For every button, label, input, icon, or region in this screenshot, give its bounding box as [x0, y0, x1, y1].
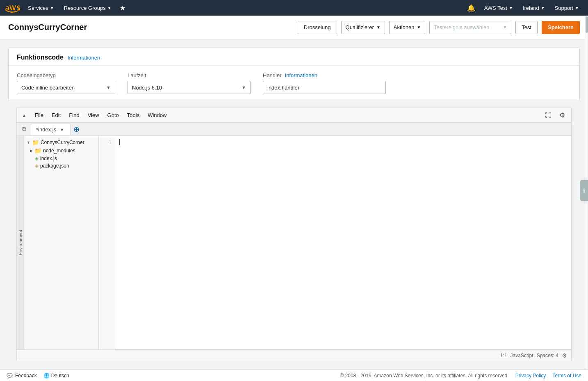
account-menu[interactable]: AWS Test ▼: [479, 0, 518, 16]
editor-menu: File Edit Find View Goto Tools Window: [32, 110, 170, 120]
handler-info-link[interactable]: Informationen: [285, 72, 318, 78]
code-input-type-chevron-icon: ▼: [106, 85, 111, 90]
index-js-name: index.js: [40, 156, 57, 161]
feedback-button[interactable]: 💬 Feedback: [7, 373, 37, 379]
editor-tab-index-js[interactable]: *index.js ●: [31, 124, 71, 135]
resource-groups-chevron-icon: ▼: [107, 6, 112, 10]
language-label: JavaScript: [511, 353, 533, 358]
code-input-type-field: Codeeingabetyp Code inline bearbeiten ▼: [17, 72, 115, 94]
editor-actions: ⛶ ⚙: [542, 110, 568, 121]
tab-close-icon[interactable]: ●: [59, 126, 65, 133]
environment-label: Environment: [18, 230, 23, 255]
tree-index-js[interactable]: ◈ index.js: [24, 155, 98, 162]
editor-menu-goto[interactable]: Goto: [104, 110, 122, 120]
runtime-chevron-icon: ▼: [242, 85, 246, 90]
feedback-bubble-icon: 💬: [7, 373, 13, 379]
privacy-policy-link[interactable]: Privacy Policy: [515, 373, 546, 379]
status-gear-icon[interactable]: ⚙: [562, 352, 567, 359]
drosselung-button[interactable]: Drosselung: [298, 21, 337, 34]
tree-node-modules[interactable]: ▶ 📁 node_modules: [24, 147, 98, 155]
handler-input[interactable]: [263, 81, 386, 94]
root-folder-name: ConnysCurryCorner: [41, 140, 84, 145]
package-json-name: package.json: [40, 163, 69, 169]
page-footer: 💬 Feedback 🌐 Deutsch © 2008 - 2019, Amaz…: [0, 370, 588, 381]
environment-label-container: Environment: [17, 136, 24, 349]
language-selector[interactable]: 🌐 Deutsch: [43, 373, 69, 379]
test-button[interactable]: Test: [515, 21, 538, 34]
text-cursor: [119, 139, 120, 145]
section-header: Funktionscode Informationen: [9, 48, 579, 66]
editor-collapse-icon[interactable]: ▲: [20, 111, 28, 119]
code-editor-container: ▲ File Edit Find View Goto Tools Window …: [16, 108, 572, 361]
form-row: Codeeingabetyp Code inline bearbeiten ▼ …: [17, 72, 571, 94]
qualifizierer-dropdown[interactable]: Qualifizierer ▼: [341, 21, 385, 34]
top-navigation: Services ▼ Resource Groups ▼ ★ 🔔 AWS Tes…: [0, 0, 588, 16]
runtime-field: Laufzeit Node.js 6.10 ▼: [128, 72, 251, 94]
scrollbar-thumb[interactable]: [586, 16, 588, 33]
code-input-type-label: Codeeingabetyp: [17, 72, 115, 78]
editor-menu-view[interactable]: View: [84, 110, 103, 120]
editor-menu-tools[interactable]: Tools: [124, 110, 143, 120]
aws-logo[interactable]: [4, 2, 21, 14]
root-folder-icon: 📁: [32, 139, 39, 146]
code-content-area[interactable]: [115, 136, 571, 349]
test-event-selector[interactable]: Testereignis auswählen ▼: [429, 21, 511, 34]
node-modules-expand-icon: ▶: [30, 149, 33, 153]
right-info-panel-icon[interactable]: ℹ: [580, 180, 588, 201]
region-chevron-icon: ▼: [541, 6, 545, 10]
editor-toolbar: ▲ File Edit Find View Goto Tools Window …: [17, 108, 571, 123]
notifications-bell-icon[interactable]: 🔔: [463, 4, 479, 12]
section-title: Funktionscode: [17, 54, 64, 61]
funktionscode-section: Funktionscode Informationen Codeeingabet…: [8, 48, 580, 101]
aktionen-dropdown[interactable]: Aktionen ▼: [389, 21, 426, 34]
footer-left: 💬 Feedback 🌐 Deutsch: [7, 373, 69, 379]
editor-menu-file[interactable]: File: [32, 110, 47, 120]
terms-of-use-link[interactable]: Terms of Use: [552, 373, 581, 379]
handler-label: Handler: [263, 72, 282, 78]
editor-body: Environment ▼ 📁 ConnysCurryCorner ▶ 📁 no…: [17, 136, 571, 349]
bookmark-icon[interactable]: ★: [116, 4, 129, 12]
editor-menu-edit[interactable]: Edit: [48, 110, 64, 120]
footer-right: © 2008 - 2019, Amazon Web Services, Inc.…: [340, 373, 581, 379]
editor-tab-bar: ⧉ *index.js ● ⊕: [17, 123, 571, 136]
editor-settings-icon[interactable]: ⚙: [556, 110, 568, 121]
resource-groups-menu[interactable]: Resource Groups ▼: [59, 0, 116, 16]
code-input-type-select[interactable]: Code inline bearbeiten ▼: [17, 81, 115, 94]
root-collapse-icon: ▼: [27, 140, 30, 145]
tree-package-json[interactable]: ◈ package.json: [24, 162, 98, 170]
section-info-link[interactable]: Informationen: [68, 55, 100, 61]
node-modules-folder-icon: 📁: [34, 147, 41, 154]
editor-menu-window[interactable]: Window: [144, 110, 170, 120]
top-nav-right: 🔔 AWS Test ▼ Ireland ▼ Support ▼: [463, 0, 584, 16]
line-number-1: 1: [99, 138, 115, 146]
support-menu[interactable]: Support ▼: [550, 0, 584, 16]
region-menu[interactable]: Ireland ▼: [518, 0, 550, 16]
page-title: ConnysCurryCorner: [8, 23, 87, 32]
node-modules-name: node_modules: [43, 148, 75, 154]
copy-tab-icon[interactable]: ⧉: [18, 124, 30, 135]
globe-icon: 🌐: [43, 373, 50, 379]
copyright-text: © 2008 - 2019, Amazon Web Services, Inc.…: [340, 373, 508, 379]
package-json-file-icon: ◈: [35, 163, 39, 169]
qualifizierer-chevron-icon: ▼: [376, 25, 381, 30]
editor-status-bar: 1:1 JavaScript Spaces: 4 ⚙: [17, 349, 571, 361]
test-event-chevron-icon: ▼: [503, 25, 507, 30]
runtime-select[interactable]: Node.js 6.10 ▼: [128, 81, 251, 94]
main-content: Funktionscode Informationen Codeeingabet…: [0, 39, 588, 381]
services-chevron-icon: ▼: [50, 6, 54, 10]
speichern-button[interactable]: Speichern: [542, 21, 580, 34]
cursor-position: 1:1: [500, 353, 507, 358]
tree-root-folder[interactable]: ▼ 📁 ConnysCurryCorner: [24, 138, 98, 147]
tab-add-icon[interactable]: ⊕: [71, 124, 81, 134]
services-menu[interactable]: Services ▼: [23, 0, 59, 16]
file-tree-content: ▼ 📁 ConnysCurryCorner ▶ 📁 node_modules ◈…: [24, 136, 98, 172]
aktionen-chevron-icon: ▼: [417, 25, 421, 30]
editor-menu-find[interactable]: Find: [66, 110, 82, 120]
account-chevron-icon: ▼: [509, 6, 513, 10]
support-chevron-icon: ▼: [575, 6, 579, 10]
handler-field: Handler Informationen: [263, 72, 386, 94]
line-numbers: 1: [99, 136, 115, 349]
file-tree: Environment ▼ 📁 ConnysCurryCorner ▶ 📁 no…: [17, 136, 99, 349]
code-area[interactable]: 1: [99, 136, 571, 349]
editor-fullscreen-icon[interactable]: ⛶: [542, 110, 554, 121]
